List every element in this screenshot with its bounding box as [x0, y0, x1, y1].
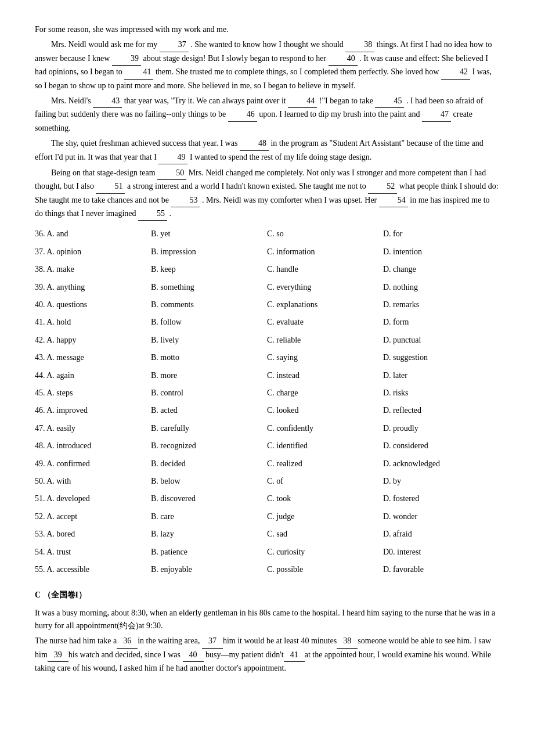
paragraph-4: Being on that stage-design team 50 Mrs. …: [35, 167, 499, 221]
intro-text: For some reason, she was impressed with …: [35, 23, 499, 36]
blank-38: 38: [345, 38, 374, 52]
blank-51: 51: [96, 180, 125, 193]
option-42c: C. reliable: [267, 333, 383, 348]
option-45a: 45. A. steps: [35, 386, 151, 401]
option-53a: 53. A. bored: [35, 527, 151, 542]
option-46c: C. looked: [267, 403, 383, 418]
options-43: 43. A. message B. motto C. saying D. sug…: [35, 350, 499, 365]
blank-41: 41: [124, 66, 153, 79]
options-41: 41. A. hold B. follow C. evaluate D. for…: [35, 315, 499, 330]
options-37: 37. A. opinion B. impression C. informat…: [35, 244, 499, 260]
option-39d: D. nothing: [383, 280, 499, 295]
blank-c-37: 37: [202, 635, 223, 648]
option-41c: C. evaluate: [267, 315, 383, 330]
passage-section: For some reason, she was impressed with …: [35, 23, 499, 221]
option-43a: 43. A. message: [35, 350, 151, 365]
option-46b: B. acted: [151, 403, 267, 418]
option-49d: D. acknowledged: [383, 456, 499, 471]
option-51c: C. took: [267, 491, 383, 506]
options-49: 49. A. confirmed B. decided C. realized …: [35, 456, 499, 471]
option-47b: B. carefully: [151, 421, 267, 436]
section-c-para-1: It was a busy morning, about 8:30, when …: [35, 607, 499, 633]
blank-39: 39: [112, 52, 141, 66]
option-50b: B. below: [151, 474, 267, 489]
option-42b: B. lively: [151, 333, 267, 348]
option-54d: D0. interest: [383, 545, 499, 560]
option-39a: 39. A. anything: [35, 280, 151, 295]
blank-45: 45: [375, 95, 404, 108]
option-48c: C. identified: [267, 438, 383, 453]
option-45d: D. risks: [383, 386, 499, 401]
option-38d: D. change: [383, 262, 499, 277]
option-37a: 37. A. opinion: [35, 244, 151, 260]
option-36b: B. yet: [151, 226, 267, 242]
option-41b: B. follow: [151, 315, 267, 330]
option-45c: C. charge: [267, 386, 383, 401]
blank-54: 54: [379, 194, 408, 207]
page-container: For some reason, she was impressed with …: [35, 23, 499, 675]
option-51d: D. fostered: [383, 491, 499, 506]
option-54c: C. curiosity: [267, 545, 383, 560]
option-52d: D. wonder: [383, 509, 499, 524]
section-c-header: C （全国卷I）: [35, 589, 499, 602]
option-42d: D. punctual: [383, 333, 499, 348]
options-42: 42. A. happy B. lively C. reliable D. pu…: [35, 333, 499, 348]
options-45: 45. A. steps B. control C. charge D. ris…: [35, 386, 499, 401]
paragraph-3: The shy, quiet freshman achieved success…: [35, 137, 499, 164]
option-47a: 47. A. easily: [35, 421, 151, 436]
options-52: 52. A. accept B. care C. judge D. wonder: [35, 509, 499, 524]
options-39: 39. A. anything B. something C. everythi…: [35, 280, 499, 295]
option-38c: C. handle: [267, 262, 383, 277]
blank-52: 52: [368, 180, 397, 193]
blank-c-36: 36: [117, 635, 138, 648]
option-39c: C. everything: [267, 280, 383, 295]
option-55c: C. possible: [267, 562, 383, 577]
option-51a: 51. A. developed: [35, 491, 151, 506]
option-44d: D. later: [383, 368, 499, 383]
options-47: 47. A. easily B. carefully C. confidentl…: [35, 421, 499, 436]
option-53d: D. afraid: [383, 527, 499, 542]
options-40: 40. A. questions B. comments C. explanat…: [35, 297, 499, 312]
blank-46: 46: [228, 108, 257, 121]
option-44a: 44. A. again: [35, 368, 151, 383]
option-46d: D. reflected: [383, 403, 499, 418]
options-46: 46. A. improved B. acted C. looked D. re…: [35, 403, 499, 418]
section-c-para-2: The nurse had him take a36in the waiting…: [35, 635, 499, 675]
option-36c: C. so: [267, 226, 383, 242]
option-48a: 48. A. introduced: [35, 438, 151, 453]
blank-48: 48: [240, 137, 269, 150]
paragraph-2: Mrs. Neidl's 43 that year was, "Try it. …: [35, 95, 499, 135]
option-51b: B. discovered: [151, 491, 267, 506]
option-36a: 36. A. and: [35, 226, 151, 242]
option-52b: B. care: [151, 509, 267, 524]
option-48b: B. recognized: [151, 438, 267, 453]
option-53c: C. sad: [267, 527, 383, 542]
options-54: 54. A. trust B. patience C. curiosity D0…: [35, 545, 499, 560]
blank-53: 53: [171, 194, 200, 207]
option-43b: B. motto: [151, 350, 267, 365]
paragraph-1: Mrs. Neidl would ask me for my 37 . She …: [35, 38, 499, 92]
option-49b: B. decided: [151, 456, 267, 471]
option-38b: B. keep: [151, 262, 267, 277]
option-54b: B. patience: [151, 545, 267, 560]
blank-47: 47: [422, 108, 451, 121]
option-50a: 50. A. with: [35, 474, 151, 489]
option-52a: 52. A. accept: [35, 509, 151, 524]
option-48d: D. considered: [383, 438, 499, 453]
option-53b: B. lazy: [151, 527, 267, 542]
option-40a: 40. A. questions: [35, 297, 151, 312]
blank-42: 42: [441, 66, 470, 79]
option-43d: D. suggestion: [383, 350, 499, 365]
option-43c: C. saying: [267, 350, 383, 365]
option-47d: D. proudly: [383, 421, 499, 436]
blank-37: 37: [160, 38, 189, 52]
option-49a: 49. A. confirmed: [35, 456, 151, 471]
blank-50: 50: [157, 167, 186, 180]
option-44c: C. instead: [267, 368, 383, 383]
blank-44: 44: [288, 95, 317, 108]
option-42a: 42. A. happy: [35, 333, 151, 348]
options-55: 55. A. accessible B. enjoyable C. possib…: [35, 562, 499, 577]
option-37c: C. information: [267, 244, 383, 260]
options-53: 53. A. bored B. lazy C. sad D. afraid: [35, 527, 499, 542]
option-45b: B. control: [151, 386, 267, 401]
